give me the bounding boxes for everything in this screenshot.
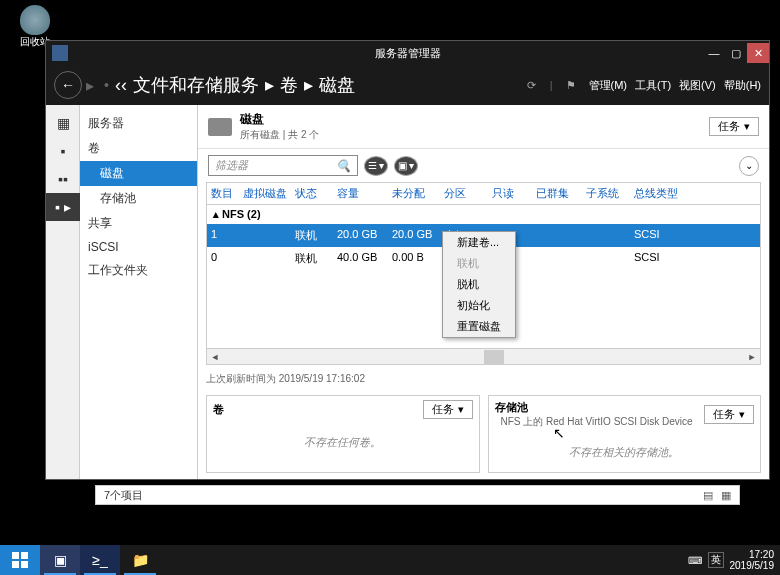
close-button[interactable]: ✕ xyxy=(747,43,769,63)
disk-table: 数目 虚拟磁盘 状态 容量 未分配 分区 只读 已群集 子系统 总线类型 ▴ N… xyxy=(206,182,761,365)
icon-sidebar: ▦ ▪ ▪▪ ▪ ▸ xyxy=(46,105,80,479)
volumes-tasks-button[interactable]: 任务▾ xyxy=(423,400,473,419)
menu-help[interactable]: 帮助(H) xyxy=(724,78,761,93)
taskbar-server-manager-icon[interactable]: ▣ xyxy=(40,545,80,575)
horizontal-scrollbar[interactable]: ◄ ► xyxy=(207,348,760,364)
svg-rect-2 xyxy=(12,561,19,568)
tray-ime-icon[interactable]: ⌨ xyxy=(688,555,702,566)
disk-icon xyxy=(208,118,232,136)
chevron-down-icon: ▾ xyxy=(744,120,750,133)
chevron-down-icon: ▾ xyxy=(739,408,745,421)
th-bus[interactable]: 总线类型 xyxy=(630,183,682,204)
taskbar-powershell-icon[interactable]: ≥_ xyxy=(80,545,120,575)
refresh-status: 上次刷新时间为 2019/5/19 17:16:02 xyxy=(198,369,769,389)
pools-tasks-button[interactable]: 任务▾ xyxy=(704,405,754,424)
maximize-button[interactable]: ▢ xyxy=(725,43,747,63)
volumes-empty: 不存在任何卷。 xyxy=(207,423,479,462)
breadcrumb-3[interactable]: 磁盘 xyxy=(319,73,355,97)
pools-subtitle: NFS 上的 Red Hat VirtIO SCSI Disk Device xyxy=(495,415,693,429)
table-group[interactable]: ▴ NFS (2) xyxy=(207,205,760,224)
panel-subtitle: 所有磁盘 | 共 2 个 xyxy=(240,128,709,142)
nav-forward-button[interactable]: ▸ xyxy=(86,76,94,95)
panel-title: 磁盘 xyxy=(240,111,709,128)
scroll-thumb[interactable] xyxy=(484,350,504,364)
pools-title: 存储池 xyxy=(495,401,528,413)
filter-input[interactable]: 筛选器 🔍 xyxy=(208,155,358,176)
nav-back-button[interactable]: ← xyxy=(54,71,82,99)
menu-manage[interactable]: 管理(M) xyxy=(589,78,628,93)
sidebar-icon-all[interactable]: ▪▪ xyxy=(46,165,80,193)
nav-workfolders[interactable]: 工作文件夹 xyxy=(80,258,197,283)
nav-pools[interactable]: 存储池 xyxy=(80,186,197,211)
clock[interactable]: 17:20 2019/5/19 xyxy=(730,549,775,571)
th-ro[interactable]: 只读 xyxy=(488,183,532,204)
nav-volumes[interactable]: 卷 xyxy=(80,136,197,161)
details-view-icon[interactable]: ▤ xyxy=(703,489,713,502)
list-view-button[interactable]: ☰ ▾ xyxy=(364,156,388,176)
svg-rect-3 xyxy=(21,561,28,568)
menu-offline[interactable]: 脱机 xyxy=(443,274,515,295)
disks-panel-header: 磁盘 所有磁盘 | 共 2 个 任务▾ xyxy=(198,105,769,149)
start-button[interactable] xyxy=(0,545,40,575)
nav-sidebar: 服务器 卷 磁盘 存储池 共享 iSCSI 工作文件夹 xyxy=(80,105,198,479)
th-sub[interactable]: 子系统 xyxy=(582,183,630,204)
nav-shares[interactable]: 共享 xyxy=(80,211,197,236)
svg-rect-0 xyxy=(12,552,19,559)
titlebar: 服务器管理器 — ▢ ✕ xyxy=(46,41,769,65)
nav-disks[interactable]: 磁盘 xyxy=(80,161,197,186)
context-menu: 新建卷... 联机 脱机 初始化 重置磁盘 xyxy=(442,231,516,338)
item-count: 7个项目 xyxy=(104,488,143,503)
pools-panel: 存储池 NFS 上的 Red Hat VirtIO SCSI Disk Devi… xyxy=(488,395,762,473)
minimize-button[interactable]: — xyxy=(703,43,725,63)
th-status[interactable]: 状态 xyxy=(291,183,333,204)
menubar: ← ▸ • ‹‹ 文件和存储服务 ▸ 卷 ▸ 磁盘 ⟳ | ⚑ 管理(M) 工具… xyxy=(46,65,769,105)
refresh-icon[interactable]: ⟳ xyxy=(522,75,542,95)
table-headers: 数目 虚拟磁盘 状态 容量 未分配 分区 只读 已群集 子系统 总线类型 xyxy=(207,183,760,205)
chevron-down-icon: ▾ xyxy=(458,403,464,416)
tasks-button[interactable]: 任务▾ xyxy=(709,117,759,136)
app-icon xyxy=(52,45,68,61)
tag-button[interactable]: ▣ ▾ xyxy=(394,156,418,176)
taskbar: ▣ ≥_ 📁 ⌨ 英 17:20 2019/5/19 xyxy=(0,545,780,575)
menu-initialize[interactable]: 初始化 xyxy=(443,295,515,316)
pools-empty: 不存在相关的存储池。 xyxy=(489,433,761,472)
menu-online: 联机 xyxy=(443,253,515,274)
expand-button[interactable]: ⌄ xyxy=(739,156,759,176)
th-cap[interactable]: 容量 xyxy=(333,183,388,204)
tray-lang-icon[interactable]: 英 xyxy=(708,552,724,568)
menu-new-volume[interactable]: 新建卷... xyxy=(443,232,515,253)
svg-rect-1 xyxy=(21,552,28,559)
th-unalloc[interactable]: 未分配 xyxy=(388,183,440,204)
nav-servers[interactable]: 服务器 xyxy=(80,111,197,136)
flag-icon[interactable]: ⚑ xyxy=(561,75,581,95)
recycle-bin-icon xyxy=(20,5,50,35)
volumes-panel: 卷 任务▾ 不存在任何卷。 xyxy=(206,395,480,473)
window-title: 服务器管理器 xyxy=(375,46,441,61)
th-part[interactable]: 分区 xyxy=(440,183,488,204)
th-vdisk[interactable]: 虚拟磁盘 xyxy=(239,183,291,204)
scroll-left-icon[interactable]: ◄ xyxy=(207,349,223,365)
nav-separator: • xyxy=(104,77,109,93)
menu-reset-disk[interactable]: 重置磁盘 xyxy=(443,316,515,337)
menu-view[interactable]: 视图(V) xyxy=(679,78,716,93)
explorer-statusbar: 7个项目 ▤ ▦ xyxy=(95,485,740,505)
tiles-view-icon[interactable]: ▦ xyxy=(721,489,731,502)
search-icon[interactable]: 🔍 xyxy=(336,159,351,173)
sidebar-icon-dashboard[interactable]: ▦ xyxy=(46,109,80,137)
sidebar-icon-storage[interactable]: ▪ ▸ xyxy=(46,193,80,221)
breadcrumb-2[interactable]: 卷 xyxy=(280,73,298,97)
volumes-title: 卷 xyxy=(213,402,224,417)
scroll-right-icon[interactable]: ► xyxy=(744,349,760,365)
taskbar-explorer-icon[interactable]: 📁 xyxy=(120,545,160,575)
breadcrumb-1[interactable]: 文件和存储服务 xyxy=(133,73,259,97)
th-cluster[interactable]: 已群集 xyxy=(532,183,582,204)
nav-iscsi[interactable]: iSCSI xyxy=(80,236,197,258)
breadcrumb[interactable]: ‹‹ 文件和存储服务 ▸ 卷 ▸ 磁盘 xyxy=(115,73,522,97)
filter-row: 筛选器 🔍 ☰ ▾ ▣ ▾ ⌄ xyxy=(198,149,769,182)
server-manager-window: 服务器管理器 — ▢ ✕ ← ▸ • ‹‹ 文件和存储服务 ▸ 卷 ▸ 磁盘 ⟳… xyxy=(45,40,770,480)
menu-tools[interactable]: 工具(T) xyxy=(635,78,671,93)
sidebar-icon-local[interactable]: ▪ xyxy=(46,137,80,165)
th-num[interactable]: 数目 xyxy=(207,183,239,204)
